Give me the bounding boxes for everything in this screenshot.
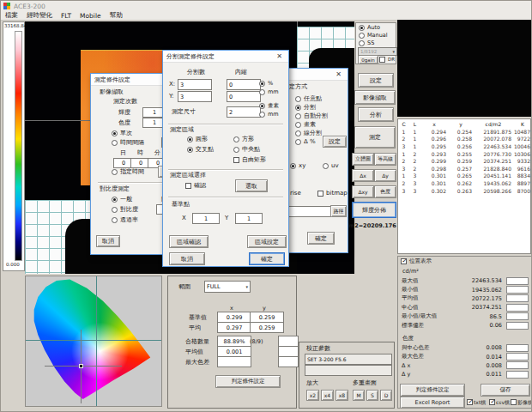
table-row[interactable]: 120.2930.25520776.73010306 xyxy=(398,150,530,158)
table-row[interactable]: 210.2960.25820072.0789722 xyxy=(398,136,530,143)
area-confirm-button[interactable]: 區域確認 xyxy=(169,235,209,248)
multiview-button[interactable]: M xyxy=(353,390,365,401)
analyze-button[interactable]: 分析 xyxy=(358,107,394,122)
delta-x-button[interactable]: Δx xyxy=(352,169,374,182)
method-arbitrary-radio[interactable]: 任意點 xyxy=(295,96,322,102)
multiview-button[interactable]: D xyxy=(380,390,392,401)
chroma-view-button[interactable]: 色度 xyxy=(374,185,396,198)
multiview-button[interactable]: S xyxy=(366,390,378,401)
ref-x-field[interactable]: 1 xyxy=(192,213,220,224)
size-mm-radio[interactable]: mm xyxy=(259,112,279,118)
contrast-group-label: 對比度測定 xyxy=(100,186,130,192)
result-panel: 範圍 FULL▾ x y 基準值 0.299 0.259 平均 0.297 0.… xyxy=(167,276,297,409)
area-circle-radio[interactable]: 圓形 xyxy=(187,136,208,142)
txt-file-checkbox[interactable]: txt檔 xyxy=(467,399,486,405)
excel-report-button[interactable]: Excel Report xyxy=(400,397,465,409)
cancel-button[interactable]: 取消 xyxy=(169,252,205,265)
contour-view-button[interactable]: 等高線 xyxy=(374,153,396,166)
method-linesplit-radio[interactable]: 線分割 xyxy=(295,130,322,136)
free-rect-checkbox[interactable]: 自由矩形 xyxy=(233,157,266,163)
size-pixel-radio[interactable]: 畫素 xyxy=(259,103,279,109)
capture-button[interactable]: 影像擷取 xyxy=(354,90,396,105)
x-division-field[interactable]: 3 xyxy=(178,79,212,90)
position-display-checkbox[interactable]: 位置表示 xyxy=(401,258,432,264)
inset-mm-radio[interactable]: mm xyxy=(259,89,279,95)
judge-condition-button[interactable]: 判定條件設定 xyxy=(400,384,465,397)
gain-button[interactable]: 0gain xyxy=(358,55,378,64)
dr-checkbox[interactable]: DR xyxy=(379,57,395,63)
method-autosplit-radio[interactable]: 自動分割 xyxy=(295,113,328,119)
measure-button[interactable]: 測定 xyxy=(354,126,396,148)
range-select[interactable]: FULL▾ xyxy=(204,281,251,293)
bitmap-checkbox[interactable]: bitmap xyxy=(317,191,348,197)
ok-button[interactable]: 確定 xyxy=(307,232,335,245)
image-file-checkbox[interactable]: 影像檔 xyxy=(511,399,532,405)
split-dialog-titlebar[interactable]: 分割測定條件設定✕ xyxy=(163,51,288,63)
close-icon[interactable]: ✕ xyxy=(274,52,285,60)
zoom-label: 放大 xyxy=(306,380,318,386)
confirm-checkbox[interactable]: 確認 xyxy=(185,183,206,189)
contrast-radio[interactable]: 對比度 xyxy=(112,207,138,213)
interval-radio[interactable]: 時間間隔 xyxy=(112,140,144,146)
area-square-radio[interactable]: 方形 xyxy=(233,136,254,142)
table-row[interactable]: 310.2950.25622463.53410046 xyxy=(398,142,530,150)
menu-item[interactable]: 檔案 xyxy=(3,11,20,20)
table-row[interactable]: 230.3010.26219435.0628897 xyxy=(398,179,530,187)
zoom-button[interactable]: x8 xyxy=(336,390,348,401)
close-icon[interactable]: ✕ xyxy=(333,70,344,78)
csv-file-checkbox[interactable]: csv檔 xyxy=(489,399,510,405)
exposure-ss-radio[interactable]: SS xyxy=(359,40,374,46)
menu-item[interactable]: FLT xyxy=(59,12,73,20)
exposure-manual-radio[interactable]: Manual xyxy=(359,33,388,39)
y-inset-field[interactable]: 0 xyxy=(227,91,261,102)
ok-button[interactable]: 確定 xyxy=(249,252,285,265)
pass-ratio-label: (8/9) xyxy=(250,339,263,345)
specify-time-radio[interactable]: 指定時間 xyxy=(112,169,144,175)
settings-button[interactable]: 設定 xyxy=(358,73,394,88)
coord-xy-radio[interactable]: xy xyxy=(290,163,305,169)
luminance-dist-button[interactable]: 輝度分佈 xyxy=(352,202,396,218)
exposure-auto-radio[interactable]: Auto xyxy=(359,25,380,31)
judge-condition-button[interactable]: 判定條件設定 xyxy=(215,375,281,388)
y-division-field[interactable]: 3 xyxy=(178,91,212,102)
title-bar[interactable]: ACE3-200 xyxy=(1,1,532,11)
chroma-section-title: 色度 xyxy=(402,336,414,342)
method-split-radio[interactable]: 分割 xyxy=(295,105,316,111)
path-button[interactable]: 路徑 xyxy=(330,205,347,217)
delta-y-button[interactable]: Δy xyxy=(374,169,396,182)
area-cross-radio[interactable]: 交叉點 xyxy=(187,147,214,153)
x-inset-field[interactable]: 0 xyxy=(227,79,261,90)
table-row[interactable]: 330.3020.26320598.2668700 xyxy=(398,187,530,195)
inset-percent-radio[interactable]: % xyxy=(259,81,273,87)
zoom-button[interactable]: x4 xyxy=(321,390,334,401)
stat-row: 最小值/最大值86.5 xyxy=(402,312,529,321)
pick-button[interactable]: 選取 xyxy=(235,179,268,192)
zoom-button[interactable]: x2 xyxy=(306,390,319,401)
delta-xy-button[interactable]: Δxy xyxy=(352,185,374,198)
cie-marker[interactable] xyxy=(79,364,83,368)
menu-item[interactable]: 經時變化 xyxy=(25,11,54,20)
ref-y-field[interactable]: 1 xyxy=(235,213,263,224)
reference-point-label: 基準點 xyxy=(172,202,190,208)
method-delta-radio[interactable]: Δ % xyxy=(295,139,316,145)
cie-horseshoe xyxy=(27,278,160,404)
menu-item[interactable]: Mobile xyxy=(78,12,103,20)
multiview-buttons: MSD xyxy=(353,390,392,401)
table-row[interactable]: 130.3010.26520451.1418834 xyxy=(398,173,530,180)
cancel-button[interactable]: 取消 xyxy=(96,235,120,247)
menu-item[interactable]: 幫助 xyxy=(108,11,124,20)
area-set-button[interactable]: 區域設定 xyxy=(247,235,287,248)
table-row[interactable]: 320.2980.25721828.8409616 xyxy=(398,165,530,173)
save-button[interactable]: 儲存 xyxy=(481,384,530,397)
normal-radio[interactable]: 一般 xyxy=(112,197,132,203)
coord-uv-radio[interactable]: uv xyxy=(323,163,339,169)
method-pixel-radio[interactable]: 畫素 xyxy=(295,122,316,128)
size-field[interactable]: 2 xyxy=(227,106,261,118)
table-row[interactable]: 220.2990.25920374.2519332 xyxy=(398,157,530,165)
table-row[interactable]: 110.2940.25421891.87510487 xyxy=(398,128,530,136)
area-center-radio[interactable]: 中央點 xyxy=(233,147,260,153)
method-set-button[interactable]: 設定 xyxy=(323,136,347,148)
transmit-radio[interactable]: 透過率 xyxy=(112,217,138,223)
single-radio[interactable]: 單次 xyxy=(112,130,132,136)
solid-view-button[interactable]: 立體圖 xyxy=(352,153,374,166)
